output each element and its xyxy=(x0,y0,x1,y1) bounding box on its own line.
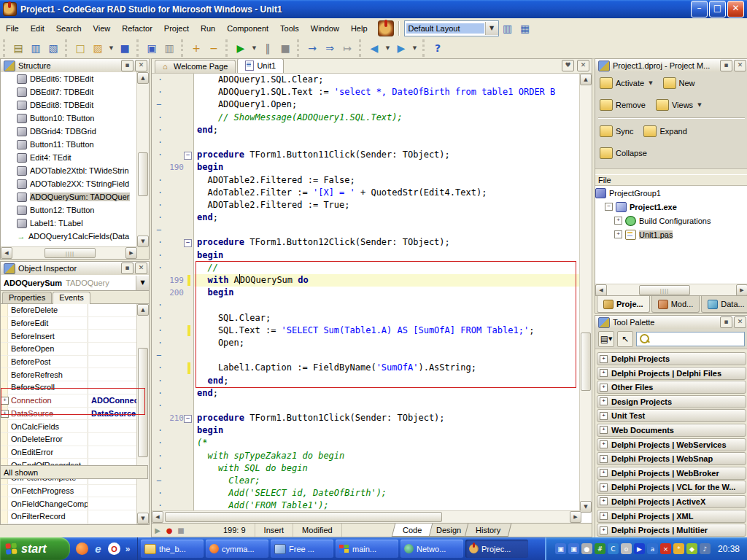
chevron-down-icon[interactable]: ▼ xyxy=(649,80,652,86)
code-line[interactable]: · xyxy=(152,400,592,412)
ccs-tray-icon[interactable]: C xyxy=(608,543,619,554)
palette-category[interactable]: +Other Files xyxy=(597,381,746,394)
toggle-form-unit-icon[interactable]: ▧ xyxy=(44,39,62,57)
desktop-layout-combo[interactable]: Default Layout ▼ xyxy=(404,20,499,36)
task-button[interactable]: Free ... xyxy=(271,540,333,558)
palette-category[interactable]: +Delphi Projects | WebServices xyxy=(597,438,746,451)
dd-icon[interactable]: ▼ xyxy=(107,39,116,57)
palette-category[interactable]: +Unit Test xyxy=(597,409,746,422)
property-row[interactable]: OnFetchProgress xyxy=(1,485,137,498)
code-area[interactable]: · ADOQuery1.SQL.Clear;· ADOQuery1.SQL.Te… xyxy=(152,74,592,513)
code-line[interactable]: · with SQL do begin xyxy=(152,462,592,475)
code-line[interactable]: · SQL.Clear; xyxy=(152,312,592,324)
open-project-icon[interactable]: ▥ xyxy=(160,39,178,57)
property-row[interactable]: BeforeEdit xyxy=(1,317,137,330)
instance-selector[interactable]: ADOQuerySum TADOQuery ▼ xyxy=(1,275,149,291)
menu-project[interactable]: Project xyxy=(158,22,195,35)
new-button[interactable]: New xyxy=(663,77,695,89)
code-line[interactable]: · end; xyxy=(152,375,592,387)
menu-run[interactable]: Run xyxy=(195,22,221,35)
opera-icon[interactable]: O xyxy=(108,542,120,555)
firefox-icon[interactable] xyxy=(76,542,88,555)
palette-category[interactable]: +Delphi Projects | Multitier xyxy=(597,524,746,537)
save-all-icon[interactable]: ▣ xyxy=(143,39,160,57)
media-player-tray-icon[interactable]: ▶ xyxy=(634,543,645,554)
editor-tab-unit1[interactable]: Unit1 xyxy=(237,58,284,73)
editor-vscrollbar[interactable]: ▲ ▼ xyxy=(579,74,592,513)
task-button[interactable]: Netwo... xyxy=(400,540,463,558)
property-value[interactable]: DataSource xyxy=(88,409,137,418)
start-button[interactable]: start xyxy=(0,537,70,560)
tab-events[interactable]: Events xyxy=(53,292,90,304)
expand-icon[interactable]: + xyxy=(600,397,608,405)
fold-collapse-icon[interactable]: − xyxy=(184,415,192,423)
help-icon[interactable]: ? xyxy=(429,39,446,57)
property-row[interactable]: BeforeInsert xyxy=(1,330,137,343)
code-line[interactable]: ·end; xyxy=(152,387,592,400)
structure-item[interactable]: DBGrid4: TDBGrid xyxy=(1,125,149,138)
code-line[interactable]: · // xyxy=(152,262,592,274)
chevron-down-icon[interactable]: ▼ xyxy=(136,276,149,290)
code-line[interactable]: ·−procedure TForm1.Button11Click(Sender:… xyxy=(152,149,592,161)
property-row[interactable]: BeforeScroll xyxy=(1,381,137,394)
expand-icon[interactable]: + xyxy=(1,397,9,405)
view-tab-code[interactable]: Code xyxy=(391,524,433,537)
code-line[interactable]: 199 with ADOQuerySum do xyxy=(152,274,592,287)
expand-icon[interactable]: + xyxy=(600,369,608,377)
code-line[interactable]: · // ShowMessage(ADOQuery1.SQL.Text); xyxy=(152,112,592,124)
menu-help[interactable]: Help xyxy=(345,22,374,35)
structure-hscrollbar[interactable]: ◀ |||| ▶ xyxy=(1,246,137,259)
code-line[interactable]: · with spTypeZakaz1 do begin xyxy=(152,450,592,462)
sphere-tray-icon[interactable]: ● xyxy=(581,543,592,554)
trace-into-icon[interactable]: → xyxy=(303,39,321,57)
expand-icon[interactable]: + xyxy=(600,384,608,392)
expand-icon[interactable]: + xyxy=(600,497,608,505)
collapse-button[interactable]: Collapse xyxy=(600,147,647,159)
code-line[interactable]: · ADOQuery1.SQL.Clear; xyxy=(152,74,592,86)
grid-tray-icon[interactable]: # xyxy=(595,543,605,554)
property-row[interactable]: BeforeRefresh xyxy=(1,368,137,381)
code-line[interactable]: 190begin xyxy=(152,161,592,174)
expand-icon[interactable]: − xyxy=(605,203,613,211)
activate-button[interactable]: Activate▼ xyxy=(600,77,653,89)
structure-item[interactable]: Button11: TButton xyxy=(1,138,149,151)
editor-hscrollbar[interactable]: ◀ ▶ xyxy=(152,510,581,523)
code-line[interactable]: · Open; xyxy=(152,337,592,349)
property-row[interactable]: OnEditError xyxy=(1,446,137,459)
menu-refactor[interactable]: Refactor xyxy=(116,22,158,35)
property-row[interactable]: BeforePost xyxy=(1,356,137,369)
ball-tray-icon[interactable]: o xyxy=(621,543,632,554)
task-button[interactable]: cymma... xyxy=(206,540,268,558)
structure-item[interactable]: ADOTable2Xtbl: TWideStrin xyxy=(1,164,149,177)
code-line[interactable]: 210−procedure TForm1.Button1Click(Sender… xyxy=(152,412,592,424)
expand-icon[interactable]: + xyxy=(600,512,608,520)
structure-item[interactable]: Button12: TButton xyxy=(1,203,149,217)
view-form-icon[interactable]: ▥ xyxy=(27,39,44,57)
dd-icon[interactable]: ▼ xyxy=(410,39,419,57)
cursor-tool-button[interactable]: ↖ xyxy=(617,331,633,347)
code-line[interactable]: ·end; xyxy=(152,124,592,136)
project-manager-hscrollbar[interactable]: ◀ |||| ▶ xyxy=(595,284,747,296)
dd-icon[interactable]: ▼ xyxy=(383,39,392,57)
code-line[interactable]: − xyxy=(152,224,592,236)
code-line[interactable]: · AdoTable2.Filter := '[X] = ' + QuotedS… xyxy=(152,187,592,199)
add-to-project-icon[interactable]: + xyxy=(187,39,205,57)
property-row[interactable]: OnFieldChangeComp xyxy=(1,497,137,510)
expand-icon[interactable]: + xyxy=(614,217,622,225)
component-list-button[interactable]: ▤▼ xyxy=(598,331,614,347)
dd-icon[interactable]: ▼ xyxy=(249,39,259,57)
structure-vscrollbar[interactable]: ▲ ▼ xyxy=(136,72,149,247)
views-button[interactable]: Views▼ xyxy=(656,99,702,111)
task-button[interactable]: the_b... xyxy=(141,540,204,558)
run-icon[interactable]: ▶ xyxy=(232,39,249,57)
pause-icon[interactable]: ‖ xyxy=(259,39,276,57)
expand-icon[interactable]: + xyxy=(1,410,9,418)
property-row[interactable]: +DataSourceDataSource xyxy=(1,408,137,421)
droplist-icon[interactable]: ♥ xyxy=(562,60,574,71)
editor-tab-welcome-page[interactable]: Welcome Page xyxy=(155,60,236,73)
task-button[interactable]: Projec... xyxy=(465,540,528,558)
property-row[interactable]: BeforeDelete xyxy=(1,304,137,317)
pin-icon[interactable]: ▪ xyxy=(720,316,732,328)
structure-item[interactable]: DBEdit8: TDBEdit xyxy=(1,98,149,112)
expand-icon[interactable]: + xyxy=(600,355,608,363)
